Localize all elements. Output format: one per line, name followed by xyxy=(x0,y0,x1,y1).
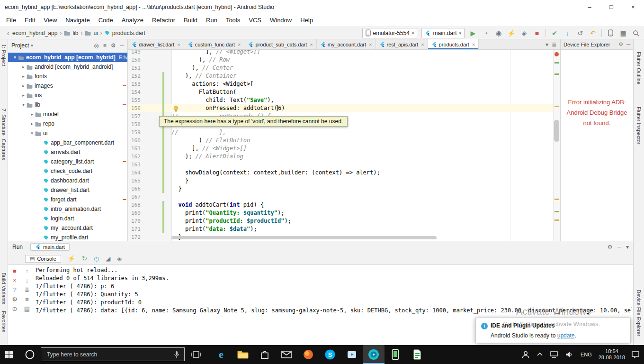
breadcrumb-ecom-hybrid-app[interactable]: ecom_hybrid_app xyxy=(12,30,57,36)
tree-item-repo[interactable]: ▸repo xyxy=(8,119,127,128)
help-icon[interactable]: ? xyxy=(13,287,16,293)
editor-tab-products-dart[interactable]: products.dart× xyxy=(428,39,479,49)
tab-close-icon[interactable]: × xyxy=(177,42,180,47)
timeline-icon[interactable]: ◷ xyxy=(94,255,99,262)
hot-reload-icon[interactable]: ⚡ xyxy=(68,255,75,262)
code-line[interactable]: 163 xyxy=(128,161,554,169)
code-line[interactable]: 153 actions: <Widget>[ xyxy=(128,80,554,88)
taskbar-clock[interactable]: 18:54 28-08-2018 xyxy=(596,348,628,361)
tree-item-app-bar-component-dart[interactable]: app_bar_component.dart xyxy=(8,138,127,147)
tree-item-dashboard-dart[interactable]: dashboard.dart xyxy=(8,176,127,185)
menu-item-edit[interactable]: Edit xyxy=(20,14,39,27)
tree-item-forgot-dart[interactable]: forgot.dart xyxy=(8,195,127,204)
tree-item-ecom-hybrid-app-ecom-hybrid[interactable]: ▾ecom_hybrid_app [ecom_hybrid]E:\wo xyxy=(8,53,127,62)
code-line[interactable]: 166 } xyxy=(128,185,554,193)
stop-icon[interactable]: ■ xyxy=(13,268,17,274)
tree-item-fonts[interactable]: ▸fonts xyxy=(8,72,127,81)
menu-item-refactor[interactable]: Refactor xyxy=(148,14,179,27)
code-line[interactable]: 161 ], // <Widget>[] xyxy=(128,145,554,153)
tree-item-category-list-dart[interactable]: category_list.dart xyxy=(8,157,127,166)
code-line[interactable]: 170 print("productId: $productId"); xyxy=(128,217,554,225)
locate-icon[interactable]: ◎ xyxy=(94,43,98,48)
network-icon[interactable] xyxy=(546,345,562,364)
cortana-icon[interactable] xyxy=(25,349,35,360)
editor-tab-drawer-list-dart[interactable]: drawer_list.dart× xyxy=(128,39,184,49)
menu-item-run[interactable]: Run xyxy=(202,14,222,27)
clear-icon[interactable]: ▤ xyxy=(24,306,30,312)
tree-item-ios[interactable]: ▸ios xyxy=(8,91,127,100)
action-center-icon[interactable] xyxy=(628,345,643,364)
tree-expand-arrow[interactable]: ▾ xyxy=(12,55,18,60)
run-icon[interactable]: ▶ xyxy=(469,30,477,36)
down-icon[interactable]: ↓ xyxy=(26,277,29,283)
emulator-icon[interactable] xyxy=(385,345,406,364)
menu-item-window[interactable]: Window xyxy=(266,14,296,27)
code-line[interactable]: 156 onPressed: addtoCart(6) xyxy=(128,104,554,112)
tab-menu-icon[interactable]: ≣ xyxy=(552,42,556,47)
tree-collapse-arrow[interactable]: ▸ xyxy=(20,64,27,69)
hot-restart-icon[interactable]: ↻ xyxy=(82,255,87,262)
settings-icon[interactable]: ⚙ xyxy=(111,43,116,48)
hide-icon[interactable]: ─ xyxy=(626,42,630,47)
run-tab-main-dart[interactable]: main.dart xyxy=(30,243,70,251)
collapse-icon[interactable]: ≡ xyxy=(103,43,107,48)
hide-icon[interactable]: ─ xyxy=(120,43,124,48)
breadcrumb-lib[interactable]: lib xyxy=(72,30,78,36)
tree-collapse-arrow[interactable]: ▸ xyxy=(20,93,27,98)
tree-collapse-arrow[interactable]: ▸ xyxy=(20,74,27,79)
tool-button-flutter-outline[interactable]: Flutter Outline xyxy=(636,52,642,84)
code-line[interactable]: 164 showDialog(context: context,builder:… xyxy=(128,169,554,177)
language-indicator[interactable]: ENG xyxy=(577,352,596,357)
chevron-down-icon[interactable]: ▾ xyxy=(31,43,33,48)
code-line[interactable]: 160 ) // FlatButton xyxy=(128,136,554,145)
chevron-up-icon[interactable] xyxy=(533,345,546,364)
code-line[interactable]: 165 } xyxy=(128,177,554,185)
vcs-commit-icon[interactable]: ✔ xyxy=(550,30,559,36)
code-line[interactable]: 159// }, xyxy=(128,128,554,136)
restore-icon[interactable]: ▾ xyxy=(626,244,629,250)
tab-close-icon[interactable]: × xyxy=(472,42,475,47)
start-button-icon[interactable] xyxy=(5,350,13,359)
menu-item-file[interactable]: File xyxy=(2,14,20,27)
tree-item-my-account-dart[interactable]: my_account.dart xyxy=(8,223,127,233)
code-line[interactable]: 168 void addtoCart(int pid) { xyxy=(128,201,554,209)
breadcrumb-ui[interactable]: ui xyxy=(93,30,98,36)
menu-item-help[interactable]: Help xyxy=(296,14,317,27)
update-link[interactable]: update xyxy=(557,332,575,339)
green-doc-icon[interactable] xyxy=(406,345,428,364)
code-editor[interactable]: 149 ], // <Widget>[]150 ), // Row151 ), … xyxy=(128,50,560,241)
tree-item-my-profile-dart[interactable]: my_profile.dart xyxy=(8,233,127,241)
close-button[interactable]: × xyxy=(622,0,644,14)
tab-down-icon[interactable]: ▾ xyxy=(546,42,548,47)
code-line[interactable]: 169 print("Quantity: $quantity"); xyxy=(128,209,554,217)
vcs-update-icon[interactable]: ↓ xyxy=(563,30,572,36)
close-icon[interactable]: × xyxy=(13,277,17,283)
tree-expand-arrow[interactable]: ▾ xyxy=(20,102,27,107)
store-icon[interactable] xyxy=(254,345,276,364)
code-line[interactable]: 162 ); // AlertDialog xyxy=(128,153,554,161)
settings-icon[interactable]: ⚙ xyxy=(618,42,623,47)
avd-manager-icon[interactable] xyxy=(606,29,615,36)
file-explorer-icon[interactable] xyxy=(232,345,254,364)
tree-item-images[interactable]: ▸images xyxy=(8,81,127,91)
tree-item-lib[interactable]: ▾lib xyxy=(8,100,127,109)
firefox-icon[interactable] xyxy=(297,345,319,364)
tree-item-arrivals-dart[interactable]: arrivals.dart xyxy=(8,147,127,157)
tool-button-1-project[interactable]: 1: Project xyxy=(1,44,7,66)
editor-tab-rest-apis-dart[interactable]: rest_apis.dart× xyxy=(376,39,428,49)
menu-item-code[interactable]: Code xyxy=(94,14,117,27)
microphone-icon[interactable] xyxy=(174,351,179,358)
sdk-manager-icon[interactable]: ▦ xyxy=(619,30,627,36)
search-input[interactable] xyxy=(46,351,170,358)
menu-item-tools[interactable]: Tools xyxy=(222,14,244,27)
profiler-icon[interactable]: ◔ xyxy=(482,30,490,36)
hot-reload-icon[interactable]: ⚡ xyxy=(507,30,516,36)
console-output[interactable]: Performing hot reload...Reloaded 0 of 51… xyxy=(36,266,632,315)
scroll-end-icon[interactable]: ⇊ xyxy=(25,287,30,293)
editor-tab-my-account-dart[interactable]: my_account.dart× xyxy=(317,39,376,49)
tool-button-favorites[interactable]: Favorites xyxy=(1,311,7,332)
flutter-attach-icon[interactable]: ◈ xyxy=(520,30,528,36)
search-icon[interactable] xyxy=(632,30,640,36)
tree-item-android-ecom-hybrid-android[interactable]: ▸android [ecom_hybrid_android] xyxy=(8,62,127,72)
settings-icon[interactable]: ⚙ xyxy=(608,244,613,250)
